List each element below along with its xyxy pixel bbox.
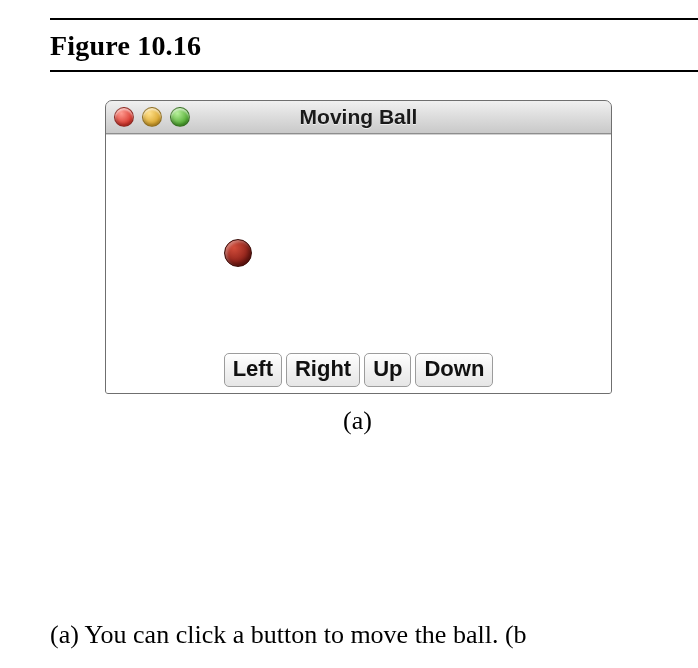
rule-top [50,18,698,20]
figure-page: Figure 10.16 Moving Ball Left Right Up D… [0,0,698,668]
window-wrapper: Moving Ball Left Right Up Down [105,100,610,394]
canvas-area: Left Right Up Down [106,134,611,393]
left-button[interactable]: Left [224,353,282,387]
right-button[interactable]: Right [286,353,360,387]
app-window: Moving Ball Left Right Up Down [105,100,612,394]
rule-bottom [50,70,698,72]
window-titlebar[interactable]: Moving Ball [106,101,611,134]
up-button[interactable]: Up [364,353,411,387]
traffic-lights [114,107,190,127]
button-row: Left Right Up Down [106,353,611,387]
minimize-icon[interactable] [142,107,162,127]
down-button[interactable]: Down [415,353,493,387]
figure-label: Figure 10.16 [50,30,698,62]
ball [224,239,252,267]
figure-caption: (a) You can click a button to move the b… [50,620,698,650]
zoom-icon[interactable] [170,107,190,127]
close-icon[interactable] [114,107,134,127]
sub-figure-label: (a) [105,406,610,436]
